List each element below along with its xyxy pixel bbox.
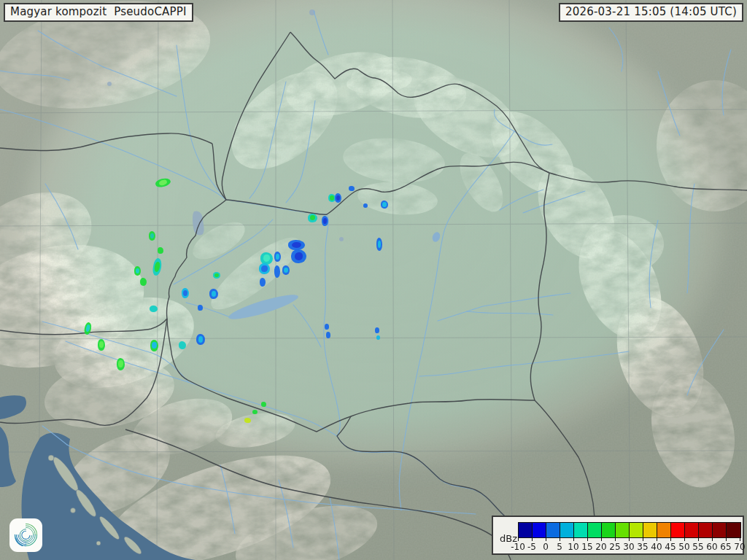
dbz-color-swatch xyxy=(685,523,699,537)
dbz-tick-label: 15 xyxy=(581,542,592,552)
dbz-tick-label: 0 xyxy=(543,542,549,552)
dbz-tick-mark xyxy=(532,538,533,541)
dbz-tick-label: 40 xyxy=(651,542,662,552)
dbz-tick-label: -5 xyxy=(527,542,536,552)
dbz-color-swatch xyxy=(533,523,546,537)
dbz-color-swatch xyxy=(519,523,533,537)
dbz-tick-label: 70 xyxy=(734,542,745,552)
dbz-tick-label: 60 xyxy=(706,542,717,552)
dbz-color-swatch xyxy=(727,523,740,537)
dbz-color-swatch xyxy=(630,523,643,537)
dbz-color-swatch xyxy=(699,523,713,537)
dbz-tick-mark xyxy=(670,538,671,541)
base-map xyxy=(0,0,747,560)
dbz-tick-label: 55 xyxy=(692,542,703,552)
dbz-color-swatch xyxy=(671,523,685,537)
dbz-tick-mark xyxy=(643,538,643,541)
dbz-tick-mark xyxy=(560,538,560,541)
dbz-tick-mark xyxy=(657,538,657,541)
dbz-tick-label: -10 xyxy=(511,542,525,552)
dbz-tick-mark xyxy=(546,538,546,541)
dbz-color-swatch xyxy=(574,523,588,537)
dbz-tick-mark xyxy=(615,538,616,541)
dbz-tick-mark xyxy=(712,538,713,541)
dbz-color-swatch xyxy=(602,523,616,537)
dbz-tick-mark xyxy=(573,538,574,541)
dbz-color-swatch xyxy=(643,523,657,537)
dbz-tick-mark xyxy=(684,538,685,541)
radar-map-viewport: Magyar kompozit PseudoCAPPI 2026-03-21 1… xyxy=(0,0,747,560)
dbz-tick-label: 5 xyxy=(557,542,562,552)
dbz-color-swatch xyxy=(588,523,602,537)
dbz-tick-mark xyxy=(518,538,519,541)
dbz-tick-label: 30 xyxy=(623,542,634,552)
dbz-tick-label: 20 xyxy=(595,542,606,552)
dbz-tick-mark xyxy=(726,538,727,541)
dbz-color-swatch xyxy=(713,523,727,537)
hungaromet-spiral-icon xyxy=(9,518,42,552)
dbz-color-swatch xyxy=(657,523,671,537)
product-label: Magyar kompozit PseudoCAPPI xyxy=(4,3,193,22)
dbz-tick-label: 25 xyxy=(609,542,620,552)
dbz-tick-label: 35 xyxy=(637,542,648,552)
dbz-tick-label: 65 xyxy=(720,542,731,552)
dbz-tick-mark xyxy=(740,538,740,541)
map-grain-texture xyxy=(0,0,747,560)
dbz-color-scale xyxy=(518,522,741,538)
dbz-color-swatch xyxy=(616,523,630,537)
dbz-tick-mark xyxy=(698,538,699,541)
dbz-tick-mark xyxy=(629,538,630,541)
dbz-tick-label: 45 xyxy=(665,542,676,552)
dbz-tick-mark xyxy=(587,538,588,541)
dbz-legend: dBz -10-50510152025303540455055606570 xyxy=(492,516,744,555)
timestamp-label: 2026-03-21 15:05 (14:05 UTC) xyxy=(559,3,743,22)
dbz-tick-label: 10 xyxy=(568,542,578,552)
dbz-tick-labels: -10-50510152025303540455055606570 xyxy=(518,538,741,553)
dbz-color-swatch xyxy=(560,523,574,537)
dbz-tick-label: 50 xyxy=(678,542,689,552)
dbz-tick-mark xyxy=(601,538,602,541)
hungaromet-logo xyxy=(9,518,42,552)
dbz-color-swatch xyxy=(546,523,560,537)
